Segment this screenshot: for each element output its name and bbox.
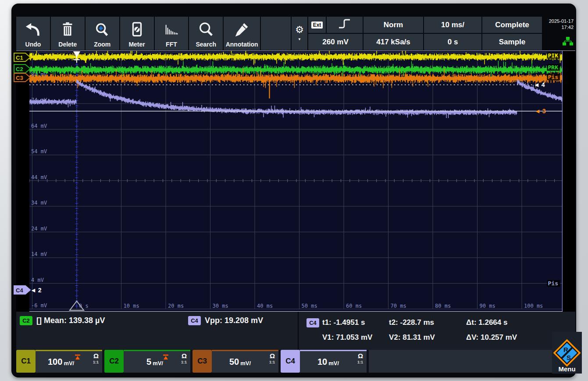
acquisition-state-button[interactable]: Complete xyxy=(482,17,542,33)
acquisition-mode-button[interactable]: Sample xyxy=(482,34,542,50)
channel1-coupling: Ω xyxy=(93,352,99,359)
svg-text:◄ 3: ◄ 3 xyxy=(535,108,546,115)
channel2-scale: 5 xyxy=(146,357,151,367)
cursor-t2: t2: -228.7 ms xyxy=(389,318,466,327)
delete-label: Delete xyxy=(58,41,77,48)
trigger-acquisition-bar: Ext Norm 10 ms/ Complete 260 mV 417 kSa/… xyxy=(308,17,544,50)
svg-text:◄ 4: ◄ 4 xyxy=(534,81,545,88)
rohde-schwarz-logo-icon: R S xyxy=(553,339,581,369)
menu-button[interactable]: R S Menu xyxy=(552,332,582,374)
channel2-unit: mV/ xyxy=(153,360,163,367)
cursor-results[interactable]: C4 t1: -1.4951 s t2: -228.7 ms Δt: 1.266… xyxy=(299,312,575,350)
measurement1-channel-badge: C2 xyxy=(20,316,32,325)
svg-text:14 mV: 14 mV xyxy=(31,251,47,257)
channel4-position-marker[interactable]: C4 xyxy=(14,285,31,296)
channel-bar: C1 100 mV/ Ω1:1 C2 5 mV/ Ω1:1 C3 50 mV/ … xyxy=(16,350,575,373)
zoom-label: Zoom xyxy=(94,41,110,48)
svg-text:C1: C1 xyxy=(16,54,23,61)
svg-text:54 mV: 54 mV xyxy=(31,148,47,155)
fft-button[interactable]: FFT xyxy=(155,17,189,50)
sample-rate-button[interactable]: 417 kSa/s xyxy=(363,34,423,50)
svg-text:30 ms: 30 ms xyxy=(213,303,228,309)
acquisition-mode-value: Sample xyxy=(499,38,525,47)
svg-text:PIK: PIK xyxy=(548,52,559,59)
svg-text:R: R xyxy=(563,346,568,353)
cursor-t1: t1: -1.4951 s xyxy=(322,318,389,327)
fft-label: FFT xyxy=(166,41,177,48)
channel3-unit: mV/ xyxy=(240,360,251,367)
measurement-results[interactable]: C2 [] Mean: 139.38 µV C4 Vpp: 19.208 mV xyxy=(16,312,299,350)
svg-text:10 ms: 10 ms xyxy=(124,303,139,309)
svg-text:100 ms: 100 ms xyxy=(524,303,543,309)
oscilloscope-screen: Undo Delete Zoom xyxy=(11,4,576,377)
trigger-level-button[interactable]: 260 mV xyxy=(308,34,363,50)
waveform-display[interactable]: 84 mV74 mV64 mV54 mV44 mV34 mV24 mV14 mV… xyxy=(16,50,575,312)
waveform-plot-svg[interactable]: 84 mV74 mV64 mV54 mV44 mV34 mV24 mV14 mV… xyxy=(29,51,563,312)
channel4-badge[interactable]: C4 xyxy=(281,350,300,373)
cursor-channel-badge: C4 xyxy=(306,318,319,327)
svg-text:Pis: Pis xyxy=(548,280,558,287)
time-value: 17:42 xyxy=(549,25,574,31)
trigger-mode-button[interactable]: Norm xyxy=(363,17,423,33)
rising-edge-icon xyxy=(337,18,352,32)
svg-text:50 ms: 50 ms xyxy=(302,303,317,309)
undo-button[interactable]: Undo xyxy=(16,17,50,50)
sample-rate-value: 417 kSa/s xyxy=(376,38,410,47)
channel2-badge[interactable]: C2 xyxy=(104,350,124,373)
horizontal-position-button[interactable]: 0 s xyxy=(424,34,481,50)
svg-text:90 ms: 90 ms xyxy=(480,303,495,309)
search-icon xyxy=(197,22,215,41)
undo-label: Undo xyxy=(25,41,41,48)
channel2-widget[interactable]: C2 5 mV/ Ω1:1 xyxy=(104,350,190,373)
undo-icon xyxy=(24,22,42,41)
trash-icon xyxy=(58,22,77,41)
annotation-pencil-icon xyxy=(233,22,251,41)
search-label: Search xyxy=(196,41,216,48)
channel3-probe: 1:1 xyxy=(269,359,275,365)
cursor-v1: V1: 71.053 mV xyxy=(322,333,389,342)
timebase-button[interactable]: 10 ms/ xyxy=(424,17,481,33)
settings-gear-button[interactable]: ⚙ ▼ xyxy=(292,17,307,50)
channel4-coupling: Ω xyxy=(358,352,363,359)
channel1-widget[interactable]: C1 100 mV/ Ω1:1 xyxy=(16,350,102,373)
channel3-position-marker[interactable]: C3 xyxy=(14,73,31,84)
timebase-value: 10 ms/ xyxy=(441,21,464,29)
channel3-coupling: Ω xyxy=(270,352,275,359)
svg-text:-6 mV: -6 mV xyxy=(31,302,47,309)
search-button[interactable]: Search xyxy=(189,17,223,50)
delete-button[interactable]: Delete xyxy=(51,17,85,50)
channel1-scale: 100 xyxy=(48,357,62,367)
trigger-source-button[interactable]: Ext xyxy=(308,17,326,33)
channel3-badge[interactable]: C3 xyxy=(192,350,212,373)
measurement-bar: C2 [] Mean: 139.38 µV C4 Vpp: 19.208 mV … xyxy=(16,312,575,350)
meter-label: Meter xyxy=(128,41,145,48)
cursor-dv: ΔV: 10.257 mV xyxy=(466,333,517,342)
trigger-mode-value: Norm xyxy=(384,21,403,29)
chevron-down-icon: ▼ xyxy=(298,37,301,42)
trigger-slope-button[interactable] xyxy=(327,17,363,33)
svg-text:34 mV: 34 mV xyxy=(31,200,47,206)
measurement2-channel-badge: C4 xyxy=(188,316,201,325)
meter-button[interactable]: Meter xyxy=(120,17,154,50)
channel4-unit: mV/ xyxy=(328,360,339,367)
measurement2-value: Vpp: 19.208 mV xyxy=(205,316,263,325)
trigger-source-value: Ext xyxy=(311,22,323,29)
channel1-badge[interactable]: C1 xyxy=(16,350,36,373)
zoom-button[interactable]: Zoom xyxy=(86,17,119,50)
channel2-coupling: Ω xyxy=(182,352,187,359)
svg-text:C2: C2 xyxy=(16,66,23,72)
channel1-position-marker[interactable]: C1 xyxy=(14,53,31,64)
channel3-scale: 50 xyxy=(229,357,239,367)
gear-icon: ⚙ xyxy=(295,25,304,35)
channel4-widget[interactable]: C4 10 mV/ Ω1:1 xyxy=(281,350,367,373)
toolbar: Undo Delete Zoom xyxy=(16,17,575,50)
channel2-overload-icon xyxy=(162,354,169,362)
date-value: 2025-01-17 xyxy=(549,18,574,25)
annotation-button[interactable]: Annotation xyxy=(224,17,260,50)
svg-text:C3: C3 xyxy=(16,75,23,81)
channel3-widget[interactable]: C3 50 mV/ Ω1:1 xyxy=(192,350,278,373)
fft-icon xyxy=(162,22,181,41)
toolbar-spacer xyxy=(261,17,291,50)
svg-text:Pis: Pis xyxy=(548,74,558,80)
channel2-probe: 1:1 xyxy=(181,359,187,365)
